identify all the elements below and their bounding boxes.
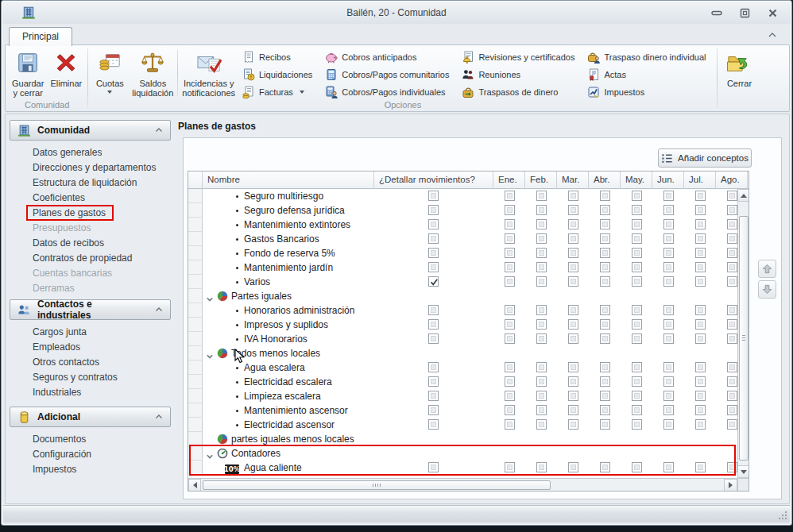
titlebar[interactable]: Bailén, 20 - Comunidad: [2, 2, 791, 24]
checkbox-detallar-movimientos[interactable]: [428, 419, 439, 430]
table-row-mantenimiento-ascensor[interactable]: Mantenimiento ascensor: [188, 403, 737, 418]
checkbox-mar[interactable]: [568, 305, 578, 315]
checkbox-mar[interactable]: [568, 262, 578, 272]
checkbox-feb[interactable]: [536, 376, 547, 387]
sidebar-item-coeficientes[interactable]: Coeficientes: [9, 191, 172, 206]
checkbox-jul[interactable]: [695, 248, 706, 258]
collapse-chevron-icon[interactable]: [154, 410, 164, 424]
checkbox-feb[interactable]: [536, 191, 547, 201]
column-header-may[interactable]: May.: [621, 172, 652, 189]
checkbox-ago[interactable]: [727, 305, 737, 315]
checkbox-ago[interactable]: [727, 205, 737, 215]
column-header-jul[interactable]: Jul.: [684, 172, 716, 189]
minimize-button[interactable]: [708, 7, 725, 19]
checkbox-detallar-movimientos[interactable]: [428, 462, 439, 472]
table-row-partes-iguales[interactable]: Partes iguales: [188, 289, 737, 303]
checkbox-jul[interactable]: [695, 276, 706, 287]
sidebar-item-otros-contactos[interactable]: Otros contactos: [9, 355, 172, 370]
checkbox-ene[interactable]: [505, 205, 515, 215]
sidebar-item-direcciones-y-departamentos[interactable]: Direcciones y departamentos: [9, 160, 172, 175]
move-down-button[interactable]: [758, 280, 776, 299]
checkbox-feb[interactable]: [536, 319, 547, 330]
checkbox-mar[interactable]: [568, 219, 578, 229]
checkbox-abr[interactable]: [600, 362, 610, 372]
checkbox-may[interactable]: [632, 276, 642, 287]
row-indicator[interactable]: [188, 375, 203, 389]
horizontal-scroll-thumb[interactable]: [203, 480, 551, 490]
sidebar-item-industriales[interactable]: Industriales: [9, 385, 172, 400]
row-indicator[interactable]: [188, 346, 203, 360]
checkbox-jul[interactable]: [695, 362, 706, 372]
table-row-impresos-y-suplidos[interactable]: Impresos y suplidos: [188, 318, 737, 332]
checkbox-ago[interactable]: [727, 333, 737, 344]
checkbox-jul[interactable]: [695, 391, 706, 401]
collapse-chevron-icon[interactable]: [154, 303, 164, 317]
eliminar-button[interactable]: Eliminar: [47, 47, 85, 88]
checkbox-jul[interactable]: [695, 205, 706, 215]
vertical-scrollbar[interactable]: [737, 189, 749, 478]
row-indicator[interactable]: [188, 218, 203, 232]
checkbox-jun[interactable]: [663, 362, 674, 372]
checkbox-ene[interactable]: [505, 219, 515, 229]
checkbox-detallar-movimientos[interactable]: [428, 319, 439, 330]
checkbox-abr[interactable]: [600, 319, 610, 330]
table-row-contadores[interactable]: Contadores: [188, 446, 737, 461]
checkbox-jun[interactable]: [663, 205, 674, 215]
checkbox-ago[interactable]: [727, 362, 737, 372]
checkbox-ene[interactable]: [505, 191, 515, 201]
checkbox-jun[interactable]: [663, 319, 674, 330]
checkbox-feb[interactable]: [536, 405, 547, 415]
checkbox-ago[interactable]: [727, 191, 737, 201]
column-header-ene[interactable]: Ene.: [493, 172, 525, 189]
checkbox-mar[interactable]: [568, 233, 578, 244]
table-row-agua-caliente[interactable]: 10%Agua caliente: [188, 461, 737, 475]
column-header-nombre[interactable]: Nombre: [203, 172, 374, 189]
checkbox-mar[interactable]: [568, 205, 578, 215]
checkbox-jun[interactable]: [663, 333, 674, 344]
checkbox-mar[interactable]: [568, 362, 578, 372]
checkbox-feb[interactable]: [536, 262, 547, 272]
column-header-detallar[interactable]: ¿Detallar movimientos?: [374, 172, 493, 189]
checkbox-ago[interactable]: [727, 391, 737, 401]
sidebar-section-contactos-e-industriales[interactable]: Contactos e industriales: [10, 299, 171, 320]
checkbox-ene[interactable]: [505, 248, 515, 258]
checkbox-jun[interactable]: [663, 391, 674, 401]
row-indicator[interactable]: [188, 332, 203, 346]
column-header-mar[interactable]: Mar.: [557, 172, 589, 189]
traspasos-de-dinero-button[interactable]: Traspasos de dinero: [459, 84, 577, 100]
ribbon-collapse-button[interactable]: [765, 30, 779, 41]
row-indicator[interactable]: [188, 360, 203, 375]
move-up-button[interactable]: [758, 260, 776, 278]
row-indicator[interactable]: [188, 275, 203, 289]
table-row-fondo-de-reserva-5[interactable]: Fondo de reserva 5%: [188, 246, 737, 260]
checkbox-jun[interactable]: [663, 405, 674, 415]
checkbox-detallar-movimientos[interactable]: [428, 305, 439, 315]
checkbox-may[interactable]: [632, 462, 642, 472]
traspaso-dinero-individual-button[interactable]: Traspaso dinero individual: [585, 49, 708, 65]
row-indicator[interactable]: [188, 446, 203, 461]
checkbox-jul[interactable]: [695, 419, 706, 430]
cobros-anticipados-button[interactable]: Cobros anticipados: [323, 49, 451, 65]
column-header-jun[interactable]: Jun.: [652, 172, 684, 189]
checkbox-abr[interactable]: [600, 262, 610, 272]
checkbox-detallar-movimientos[interactable]: [428, 219, 439, 229]
checkbox-detallar-movimientos[interactable]: [428, 362, 439, 372]
row-indicator[interactable]: [188, 289, 203, 303]
checkbox-ene[interactable]: [505, 391, 515, 401]
checkbox-jun[interactable]: [663, 462, 674, 472]
add-concepts-button[interactable]: Añadir conceptos: [658, 148, 752, 168]
scroll-left-button[interactable]: [188, 479, 201, 492]
checkbox-jul[interactable]: [695, 405, 706, 415]
column-header-abr[interactable]: Abr.: [589, 172, 621, 189]
checkbox-may[interactable]: [632, 319, 642, 330]
checkbox-may[interactable]: [632, 376, 642, 387]
checkbox-detallar-movimientos[interactable]: [428, 191, 439, 201]
close-button[interactable]: [764, 7, 781, 19]
checkbox-jun[interactable]: [663, 191, 674, 201]
checkbox-abr[interactable]: [600, 205, 610, 215]
table-row-electricidad-escalera[interactable]: Electricidad escalera: [188, 375, 737, 389]
checkbox-abr[interactable]: [600, 391, 610, 401]
checkbox-jul[interactable]: [695, 319, 706, 330]
checkbox-feb[interactable]: [536, 276, 547, 287]
checkbox-ago[interactable]: [727, 233, 737, 244]
